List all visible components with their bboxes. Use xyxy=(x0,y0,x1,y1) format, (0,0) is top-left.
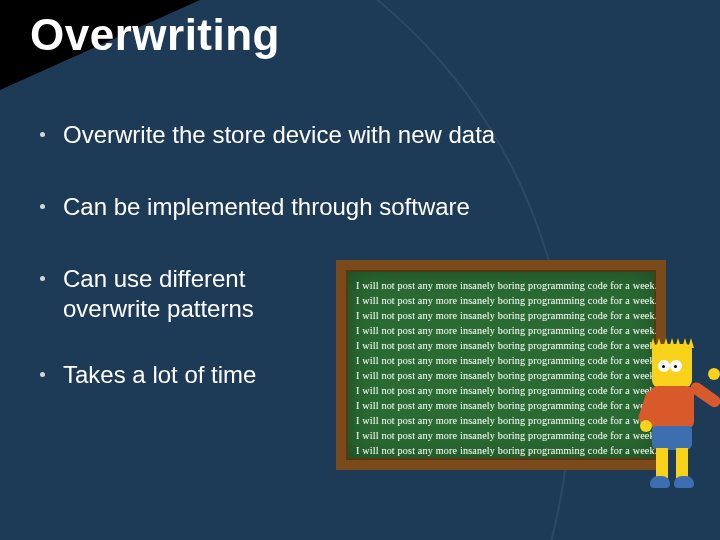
chalkboard: I will not post any more insanely boring… xyxy=(336,260,666,470)
bullet-item: Overwrite the store device with new data xyxy=(40,120,696,150)
bullet-dot-icon xyxy=(40,372,45,377)
chalk-line: I will not post any more insanely boring… xyxy=(356,338,646,353)
chalk-line: I will not post any more insanely boring… xyxy=(356,368,646,383)
chalk-line: I will not post any more insanely boring… xyxy=(356,383,646,398)
slide-title: Overwriting xyxy=(30,10,280,60)
bullet-text: Overwrite the store device with new data xyxy=(63,120,495,150)
bullet-dot-icon xyxy=(40,276,45,281)
chalk-line: I will not post any more insanely boring… xyxy=(356,413,646,428)
chalk-line: I will not post any more insanely boring… xyxy=(356,443,646,458)
chalk-line: I will not post any more insanely boring… xyxy=(356,308,646,323)
chalk-line: I will not post any more insanely boring… xyxy=(356,428,646,443)
chalk-line: I will not post any more insanely boring… xyxy=(356,353,646,368)
chalk-line: I will not post any more insanely boring… xyxy=(356,278,646,293)
head-icon xyxy=(652,344,692,388)
bullet-text: Can be implemented through software xyxy=(63,192,470,222)
bullet-item: Can be implemented through software xyxy=(40,192,696,222)
slide: Overwriting Overwrite the store device w… xyxy=(0,0,720,540)
bullet-text: Takes a lot of time xyxy=(63,360,256,390)
chalk-line: I will not post any more insanely boring… xyxy=(356,398,646,413)
chalk-line: I will not post any more insanely boring… xyxy=(356,323,646,338)
chalkboard-image: I will not post any more insanely boring… xyxy=(336,260,702,492)
bullet-text: Can use different overwrite patterns xyxy=(63,264,323,324)
bart-character-icon xyxy=(638,344,708,494)
bullet-dot-icon xyxy=(40,204,45,209)
chalk-line: I will not post any more insanely boring… xyxy=(356,293,646,308)
bullet-dot-icon xyxy=(40,132,45,137)
